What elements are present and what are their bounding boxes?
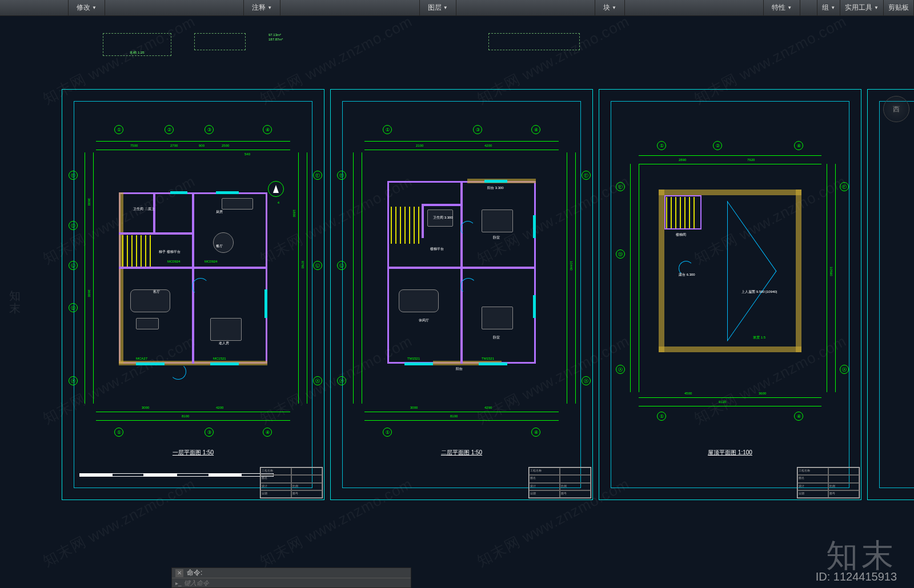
chevron-down-icon: ▼ [874, 5, 879, 10]
dim-line [639, 164, 639, 392]
dim-line [364, 150, 559, 150]
scale-bar [79, 473, 274, 477]
inner-wall [153, 192, 155, 232]
floor-plan-1: ① ② ③ ④ ① ③ ④ Ⓐ Ⓑ Ⓒ Ⓓ Ⓔ Ⓐ Ⓒ Ⓔ 7500 2700 … [119, 175, 267, 381]
dim-line [96, 150, 290, 150]
grid-bubble: ④ [263, 125, 272, 134]
grid-bubble: ③ [205, 428, 214, 437]
parapet [659, 190, 664, 352]
dim-value: 10590 [829, 267, 833, 276]
grid-bubble: Ⓔ [840, 182, 849, 191]
dim-value: 3600 [87, 198, 91, 206]
chevron-down-icon: ▼ [267, 5, 272, 10]
ribbon-panel-layers[interactable]: 图层▼ [420, 0, 456, 15]
command-label: 命令: [187, 568, 202, 578]
dim-value: 540 [244, 152, 250, 156]
chevron-down-icon: ▼ [443, 5, 448, 10]
grid-bubble: ④ [531, 428, 540, 437]
ribbon-bar: 修改▼ 注释▼ 图层▼ 块▼ 特性▼ 组▼ 实用工具▼ 剪贴板 [0, 0, 914, 16]
command-input[interactable] [184, 579, 407, 586]
ribbon-spacer [625, 0, 764, 15]
dim-line [835, 164, 836, 392]
bed [482, 307, 513, 329]
ref-box: 名称 1:25 [103, 33, 171, 56]
room-label: 卧室 [493, 235, 500, 240]
window-tag: MC1521 [213, 357, 226, 360]
north-label: 4 [278, 201, 279, 204]
dining-table [213, 232, 234, 253]
grid-bubble: Ⓔ [337, 171, 346, 180]
grid-bubble: Ⓐ [616, 365, 625, 374]
grid-bubble: Ⓐ [840, 365, 849, 374]
inner-wall [119, 267, 267, 269]
north-arrow-icon [268, 181, 284, 197]
door [460, 278, 476, 294]
grid-bubble: Ⓐ [313, 376, 322, 385]
close-icon[interactable]: ✕ [175, 569, 183, 577]
dim-value: 2500 [222, 144, 229, 147]
grid-bubble: ④ [794, 412, 803, 421]
ribbon-panel-utilities[interactable]: 实用工具▼ [840, 0, 884, 15]
ridge-line [727, 271, 777, 341]
dim-value: 9120 [719, 400, 726, 404]
dim-value: 4200 [216, 406, 223, 409]
dim-line [298, 152, 299, 404]
view-cube[interactable]: 西 [883, 96, 909, 122]
dim-line [639, 406, 821, 406]
ribbon-spacer [456, 0, 595, 15]
door [460, 221, 475, 236]
dim-value: 3000 [410, 406, 418, 409]
window [404, 363, 433, 365]
dim-line [364, 412, 559, 412]
grid-bubble: ② [713, 141, 722, 150]
dim-value: 10440 [570, 261, 573, 271]
room-label: 梯子 楼梯平台 [159, 249, 181, 255]
room-label: 卫生间 3.300 [433, 215, 453, 220]
ribbon-panel-block[interactable]: 块▼ [595, 0, 625, 15]
room-label: 餐厅 [216, 244, 223, 249]
top-ref-blocks: 名称 1:25 97.13m²187.87m² [103, 33, 580, 56]
dim-line [85, 152, 85, 404]
grid-bubble: ① [383, 125, 392, 134]
dim-line [630, 164, 631, 392]
room-label: 楼梯平台 [430, 247, 444, 252]
sofa [130, 289, 170, 312]
ribbon-panel-properties[interactable]: 特性▼ [764, 0, 800, 15]
grid-bubble: Ⓐ [337, 376, 346, 385]
staircase [666, 197, 695, 228]
parapet [659, 347, 801, 352]
dim-line [364, 420, 559, 421]
room-label: 露台 6.300 [679, 272, 695, 277]
grid-bubble: ④ [531, 125, 540, 134]
ribbon-panel-group[interactable]: 组▼ [817, 0, 840, 15]
drawing-title: 一层平面图 1:50 [173, 449, 214, 457]
inner-wall [387, 267, 536, 269]
grid-bubble: Ⓔ [313, 171, 322, 180]
room-label: 卫生间 二层上 [133, 207, 155, 212]
grid-bubble: ③ [205, 125, 214, 134]
window [479, 363, 507, 365]
room-label: 卧室 [493, 335, 500, 340]
drawing-sheet-1: 4 ① ② ③ ④ ① ③ ④ Ⓐ Ⓑ Ⓒ Ⓓ Ⓔ Ⓐ Ⓒ Ⓔ [62, 89, 324, 500]
ribbon-panel-clipboard[interactable]: 剪贴板 [884, 0, 914, 15]
roof-plan: ① ② ④ ① ④ Ⓔ Ⓓ Ⓐ Ⓔ Ⓐ 2890 7920 4500 9120 … [662, 187, 799, 369]
dim-value: 3000 [142, 406, 149, 409]
dim-line [639, 155, 821, 156]
grid-bubble: ① [114, 428, 123, 437]
grid-bubble: Ⓒ [337, 261, 346, 270]
drawing-canvas[interactable]: 名称 1:25 97.13m²187.87m² 4 ① ② ③ ④ [0, 16, 914, 588]
dim-value: 7920 [747, 158, 755, 162]
drawing-sheet-2: ① ③ ④ ① ④ Ⓐ Ⓒ Ⓔ Ⓔ Ⓐ 2100 4200 3000 8100 … [330, 89, 593, 500]
ribbon-panel-annotate[interactable]: 注释▼ [244, 0, 280, 15]
dim-line [639, 164, 821, 164]
dim-line [353, 152, 354, 404]
dim-value: 9760 [301, 261, 304, 268]
grid-bubble: ④ [263, 428, 272, 437]
grid-bubble: Ⓑ [69, 303, 78, 312]
inner-wall [422, 204, 462, 206]
chevron-down-icon: ▼ [787, 5, 792, 10]
window [210, 363, 239, 365]
dim-value: 4500 [684, 392, 692, 395]
dim-line [96, 412, 290, 412]
ribbon-panel-modify[interactable]: 修改▼ [69, 0, 105, 15]
